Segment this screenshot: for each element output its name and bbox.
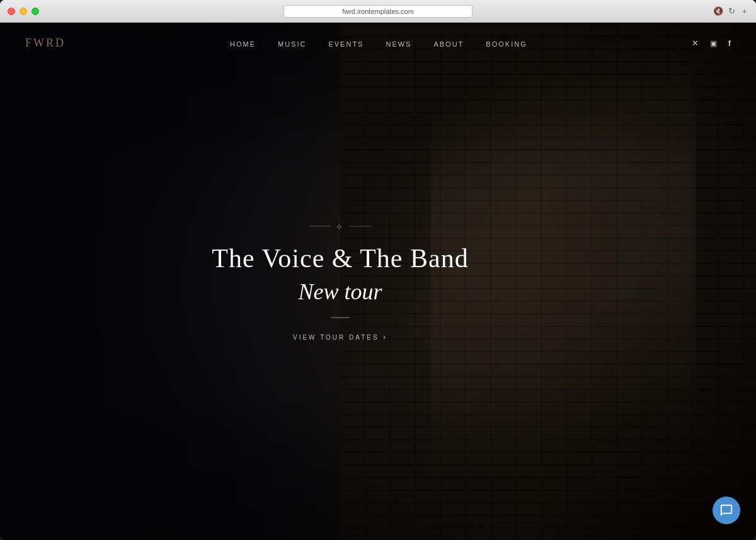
hero-subtitle: New tour (212, 278, 468, 304)
title-bar: fwrd.irontemplates.com 🔇 ↻ ＋ (0, 0, 756, 23)
chat-bubble[interactable] (713, 497, 740, 524)
refresh-icon[interactable]: ↻ (728, 6, 735, 16)
nav-item-about[interactable]: ABOUT (433, 38, 464, 49)
url-bar[interactable]: fwrd.irontemplates.com (284, 5, 472, 18)
hero-ornament: ⟡ (212, 221, 468, 231)
nav-link-news[interactable]: NEWS (386, 40, 411, 48)
new-tab-icon[interactable]: ＋ (740, 6, 748, 17)
url-text: fwrd.irontemplates.com (342, 8, 414, 15)
maximize-button[interactable] (32, 8, 39, 15)
person-area (431, 49, 696, 540)
minimize-button[interactable] (20, 8, 27, 15)
nav-link-about[interactable]: ABOUT (433, 40, 464, 48)
twitter-link[interactable]: ✕ (692, 38, 699, 48)
social-links: ✕ ▣ f (692, 38, 731, 48)
nav-link-booking[interactable]: BOOKING (486, 40, 527, 48)
nav-link-music[interactable]: MUSIC (278, 40, 306, 48)
title-bar-controls: 🔇 ↻ ＋ (713, 6, 748, 17)
ornament-symbol: ⟡ (336, 221, 345, 231)
instagram-link[interactable]: ▣ (710, 39, 717, 48)
navbar: FWRD HOME MUSIC EVENTS NEWS ABOUT (0, 23, 756, 64)
chat-icon (719, 503, 733, 517)
site-logo[interactable]: FWRD (25, 37, 66, 50)
nav-link-events[interactable]: EVENTS (328, 40, 364, 48)
nav-item-news[interactable]: NEWS (386, 38, 411, 49)
close-button[interactable] (8, 8, 15, 15)
nav-links: HOME MUSIC EVENTS NEWS ABOUT BOOKING (230, 38, 527, 49)
hero-title: The Voice & The Band (212, 243, 468, 273)
nav-item-events[interactable]: EVENTS (328, 38, 364, 49)
audio-icon: 🔇 (713, 6, 723, 16)
facebook-link[interactable]: f (728, 38, 731, 48)
hero-divider (331, 317, 350, 318)
hero-content: ⟡ The Voice & The Band New tour VIEW TOU… (212, 221, 468, 342)
nav-item-music[interactable]: MUSIC (278, 38, 306, 49)
hero-cta-button[interactable]: VIEW TOUR DATES (293, 332, 387, 341)
nav-link-home[interactable]: HOME (230, 40, 256, 48)
traffic-lights (8, 8, 39, 15)
browser-window: fwrd.irontemplates.com 🔇 ↻ ＋ FWRD HOME M… (0, 0, 756, 540)
nav-item-booking[interactable]: BOOKING (486, 38, 527, 49)
nav-item-home[interactable]: HOME (230, 38, 256, 49)
site-container: FWRD HOME MUSIC EVENTS NEWS ABOUT (0, 23, 756, 540)
